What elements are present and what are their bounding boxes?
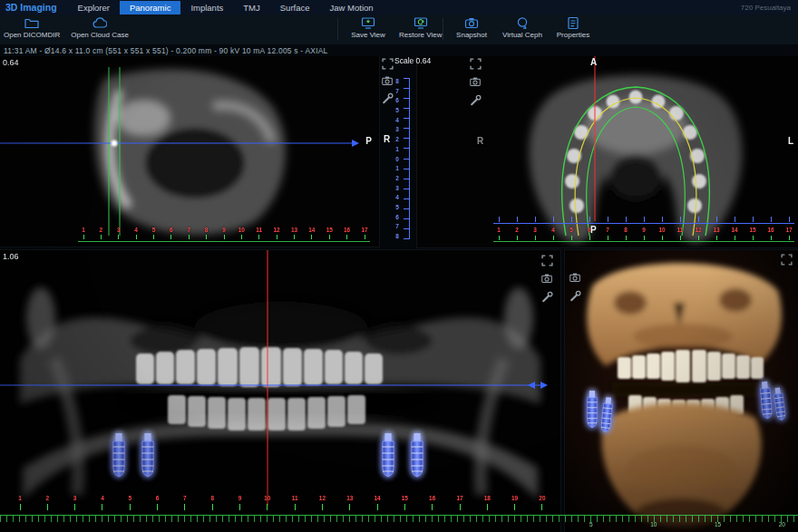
vertical-ruler-numbers: 87654321012345678 (393, 78, 402, 239)
snapshot-button[interactable]: Snapshot (452, 16, 491, 39)
toolbar: Open DICOMDIR Open Cloud Case Save View (0, 15, 798, 44)
expand-view-icon[interactable] (470, 58, 482, 70)
snapshot-camera-icon[interactable] (569, 272, 581, 284)
tab-tmj[interactable]: TMJ (233, 1, 269, 15)
snapshot-camera-icon (464, 16, 479, 30)
mid-ruler-column: Scale 0.64 R 87654321012345678 (380, 56, 420, 247)
axial-green-ruler-baseline (493, 241, 794, 242)
folder-icon (24, 16, 39, 30)
panoramic-image (0, 250, 560, 532)
orientation-left: L (788, 136, 793, 146)
view-scale-label: 0.64 (3, 58, 19, 67)
save-view-button[interactable]: Save View (348, 16, 388, 39)
volume-3d-view[interactable] (565, 250, 798, 532)
open-dicomdir-label: Open DICOMDIR (4, 31, 60, 39)
open-dicomdir-button[interactable]: Open DICOMDIR (4, 16, 60, 39)
expand-view-icon[interactable] (781, 254, 793, 266)
workspace: 0.64 P 1234567891011121314151617 Scale 0… (0, 56, 798, 532)
expand-view-icon[interactable] (382, 58, 394, 70)
cloud-icon (92, 16, 107, 30)
open-cloud-case-button[interactable]: Open Cloud Case (71, 16, 129, 39)
snapshot-camera-icon[interactable] (541, 273, 553, 285)
restore-view-button[interactable]: Restore View (399, 16, 442, 39)
pano-bottom-ruler-ticks (15, 504, 548, 510)
tab-jaw-motion[interactable]: Jaw Motion (320, 1, 384, 15)
virtual-ceph-button[interactable]: Virtual Ceph (502, 16, 542, 39)
tab-panoramic[interactable]: Panoramic (120, 1, 180, 15)
toolbar-group-open: Open DICOMDIR Open Cloud Case (4, 16, 129, 39)
orientation-anterior: A (590, 57, 597, 67)
save-view-icon (361, 16, 375, 30)
save-view-label: Save View (351, 31, 385, 39)
properties-button[interactable]: Properties (553, 16, 593, 39)
axial-view[interactable]: A P L R 1234567891011121314151617 (417, 56, 798, 247)
crosshair-intersection (112, 140, 118, 147)
axial-bottom-ruler-numbers: 1234567891011121314151617 (493, 227, 794, 234)
axial-blue-ruler-ticks (493, 217, 794, 222)
tab-surface[interactable]: Surface (270, 1, 320, 15)
panoramic-view[interactable]: 1.06 1234567891011121314151617181920 (0, 250, 560, 532)
menu-bar: 3D Imaging Explorer Panoramic Implants T… (0, 0, 798, 15)
cross-bottom-ruler-ticks (78, 235, 370, 239)
toolbar-separator (337, 18, 338, 40)
tools-wrench-icon[interactable] (569, 290, 581, 302)
scale-readout: Scale 0.64 (394, 56, 431, 65)
pano-view-icons (541, 255, 553, 303)
cross-ruler-baseline (78, 241, 370, 242)
cross-bottom-ruler-numbers: 1234567891011121314151617 (78, 227, 370, 234)
cross-bone-anatomy (94, 69, 286, 235)
pano-bottom-ruler-numbers: 1234567891011121314151617181920 (15, 495, 548, 502)
open-cloud-case-label: Open Cloud Case (71, 31, 129, 39)
corner-text: 720 Pesualtaya (741, 4, 798, 12)
orientation-posterior: P (590, 225, 597, 235)
tools-wrench-icon[interactable] (470, 94, 482, 106)
axial-blue-ruler-baseline (493, 223, 794, 224)
snapshot-label: Snapshot (456, 31, 487, 39)
scan-info-bar: 11:31 AM - Ø14.6 x 11.0 cm (551 x 551 x … (0, 44, 798, 56)
orientation-right: R (384, 134, 390, 144)
cross-section-image (0, 56, 379, 247)
axial-view-icons (470, 58, 482, 106)
toolbar-group-tools: Snapshot Virtual Ceph Properties (452, 16, 593, 39)
orientation-posterior: P (365, 136, 372, 146)
app-window: 3D Imaging Explorer Panoramic Implants T… (0, 0, 798, 532)
tab-implants[interactable]: Implants (180, 1, 233, 15)
occlusal-gap (612, 382, 757, 397)
restore-view-label: Restore View (399, 31, 442, 39)
axial-green-ruler-ticks (493, 236, 794, 240)
head-profile-icon (515, 16, 530, 30)
scan-info-text: 11:31 AM - Ø14.6 x 11.0 cm (551 x 551 x … (4, 46, 328, 55)
orientation-right: R (477, 136, 483, 146)
restore-view-icon (414, 16, 428, 30)
properties-doc-icon (566, 16, 580, 30)
virtual-ceph-label: Virtual Ceph (502, 31, 542, 39)
tools-wrench-icon[interactable] (541, 291, 553, 303)
snapshot-camera-icon[interactable] (470, 76, 482, 88)
view-scale-label: 1.06 (3, 252, 19, 261)
volume-view-icons (569, 272, 581, 302)
vertical-ruler-baseline (409, 78, 410, 239)
properties-label: Properties (557, 31, 589, 39)
toolbar-group-view: Save View Restore View (348, 16, 442, 39)
toolbar-separator (443, 18, 443, 40)
bottom-right-ruler-numbers: 5101520 (589, 521, 785, 527)
volume-3d-image (565, 250, 798, 532)
cross-section-view[interactable]: 0.64 P 1234567891011121314151617 (0, 56, 379, 247)
expand-view-icon[interactable] (541, 255, 553, 266)
tab-explorer[interactable]: Explorer (68, 1, 120, 15)
app-title: 3D Imaging (0, 2, 68, 13)
